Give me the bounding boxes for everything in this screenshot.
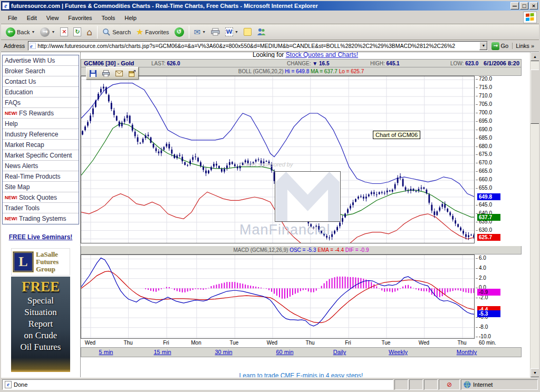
sidebar-item-market-recap[interactable]: Market Recap xyxy=(3,140,79,150)
export-chart-button[interactable] xyxy=(129,70,136,77)
address-dropdown-icon[interactable]: ▼ xyxy=(479,42,487,50)
sidebar-item-help[interactable]: Help xyxy=(3,119,79,129)
menu-edit[interactable]: Edit xyxy=(22,13,42,23)
tick-mark xyxy=(476,104,478,105)
status-pane: e Done xyxy=(2,379,393,390)
edit-button[interactable]: W ▼ xyxy=(223,26,241,37)
cme-promo-link[interactable]: Learn to trade CME E-minis in 4 easy ste… xyxy=(81,370,522,377)
stock-quotes-link[interactable]: Stock Quotes and Charts! xyxy=(286,52,358,58)
price-tick: 700.0 xyxy=(479,110,492,115)
forward-button[interactable]: → ▼ xyxy=(37,26,57,38)
free-seminars-link[interactable]: FREE Live Seminars! xyxy=(2,233,79,241)
back-dropdown-icon[interactable]: ▼ xyxy=(31,30,35,34)
mail-icon: ✉ xyxy=(194,28,201,36)
tick-mark xyxy=(476,288,478,288)
lasalle-line: Futures xyxy=(36,258,59,266)
menu-view[interactable]: View xyxy=(42,13,64,23)
stop-button[interactable]: ✕ xyxy=(57,26,71,37)
address-input[interactable]: e http://www.futuresource.com/charts/cha… xyxy=(28,41,488,51)
print-chart-button[interactable] xyxy=(102,70,110,77)
forward-dropdown-icon[interactable]: ▼ xyxy=(51,30,55,34)
sidebar-nav: Advertise With UsBroker SearchContact Us… xyxy=(2,55,79,224)
menu-help[interactable]: Help xyxy=(120,13,141,23)
mail-dropdown-icon[interactable]: ▼ xyxy=(202,30,206,34)
scrollbar-thumb[interactable] xyxy=(531,70,539,124)
cme-promo-label: Learn to trade CME E-minis in 4 easy ste… xyxy=(239,372,363,377)
scroll-down-button[interactable]: ▼ xyxy=(531,368,539,377)
tick-mark xyxy=(476,121,478,122)
macd-axis: 6.04.02.00.0-2.0-6.0-8.0-10.0-0.9-4.4-5.… xyxy=(476,254,522,339)
tick-mark xyxy=(476,258,478,259)
sidebar-item-trading-systems[interactable]: NEW!Trading Systems xyxy=(3,213,79,224)
refresh-button[interactable]: ↻ xyxy=(71,26,84,37)
save-chart-button[interactable] xyxy=(90,70,97,77)
timeframe-link-15min[interactable]: 15 min xyxy=(153,349,171,355)
mail-button[interactable]: ✉ ▼ xyxy=(191,27,209,37)
timeframe-link-5min[interactable]: 5 min xyxy=(99,349,113,355)
browser-toolbar: ← Back ▼ → ▼ ✕ ↻ ⌂ Search ★ Favorites xyxy=(1,24,539,40)
sidebar-item-news-alerts[interactable]: News Alerts xyxy=(3,161,79,171)
time-axis: 60 min. WedThuFriMonTueWedThuFriTueWedTh… xyxy=(81,339,522,347)
sidebar-item-label: Stock Quotes xyxy=(19,194,57,201)
minimize-button[interactable]: — xyxy=(510,2,519,9)
timeframe-link-Monthly[interactable]: Monthly xyxy=(457,349,477,355)
restore-button[interactable]: □ xyxy=(520,2,528,9)
timeframe-link-60min[interactable]: 60 min xyxy=(276,349,293,355)
search-button[interactable]: Search xyxy=(100,27,133,37)
new-badge: NEW! xyxy=(5,195,17,200)
day-label: Thu xyxy=(305,340,314,346)
tick-mark xyxy=(476,163,478,163)
macd-tick: 6.0 xyxy=(479,255,486,261)
email-chart-button[interactable] xyxy=(115,71,123,76)
sidebar-item-broker-search[interactable]: Broker Search xyxy=(3,66,79,76)
edit-dropdown-icon[interactable]: ▼ xyxy=(235,30,238,34)
day-label: Thu xyxy=(457,340,466,346)
sidebar-item-site-map[interactable]: Site Map xyxy=(3,182,79,192)
back-button[interactable]: ← Back ▼ xyxy=(3,26,37,38)
menu-file[interactable]: File xyxy=(3,13,22,23)
change-value: CHANGE: ▼ 16.5 xyxy=(287,61,330,66)
sidebar-item-market-specific-content[interactable]: Market Specific Content xyxy=(3,150,79,161)
print-button[interactable] xyxy=(208,27,223,37)
address-label: Address xyxy=(3,43,26,49)
sidebar-item-education[interactable]: Education xyxy=(3,87,79,97)
timeframe-link-30min[interactable]: 30 min xyxy=(215,349,232,355)
vertical-scrollbar[interactable]: ▲ ▼ xyxy=(530,52,539,377)
sidebar-item-stock-quotes[interactable]: NEW!Stock Quotes xyxy=(3,192,79,203)
favorites-button[interactable]: ★ Favorites xyxy=(133,27,172,37)
menu-tools[interactable]: Tools xyxy=(97,13,120,23)
lasalle-ad-banner[interactable]: L LaSalleFuturesGroup xyxy=(11,248,70,276)
timeframe-link-Weekly[interactable]: Weekly xyxy=(389,349,408,355)
menu-favorites[interactable]: Favorites xyxy=(63,13,97,23)
price-plot[interactable] xyxy=(81,76,475,243)
sidebar-item-real-time-products[interactable]: Real-Time Products xyxy=(3,171,79,182)
go-icon: → xyxy=(491,42,499,50)
status-bar: e Done ⊘ Internet xyxy=(1,377,539,391)
sidebar-item-contact-us[interactable]: Contact Us xyxy=(3,76,79,87)
change-down-icon: ▼ xyxy=(312,61,317,66)
sidebar-item-fs-rewards[interactable]: NEW!FS Rewards xyxy=(3,108,79,119)
sidebar-item-trader-tools[interactable]: Trader Tools xyxy=(3,203,79,213)
day-label: Wed xyxy=(85,340,95,346)
sidebar-item-faqs[interactable]: FAQs xyxy=(3,97,79,108)
sidebar-item-industry-reference[interactable]: Industry Reference xyxy=(3,129,79,140)
home-button[interactable]: ⌂ xyxy=(84,27,95,37)
scroll-up-button[interactable]: ▲ xyxy=(531,52,539,61)
discuss-button[interactable] xyxy=(241,27,254,37)
macd-plot[interactable] xyxy=(81,254,475,339)
sidebar-item-advertise-with-us[interactable]: Advertise With Us xyxy=(3,55,79,66)
go-button[interactable]: → Go xyxy=(490,42,510,51)
close-button[interactable]: × xyxy=(529,2,538,9)
links-menu[interactable]: Links » xyxy=(512,43,537,49)
price-tick: 675.0 xyxy=(479,151,492,157)
title-bar: e futuresource.com | Futures & Commoditi… xyxy=(1,1,539,11)
price-chart-panel: 720.0715.0710.0705.0700.0695.0690.0685.0… xyxy=(81,76,522,243)
sidebar-item-label: News Alerts xyxy=(5,162,38,170)
chart-widget: GCM06 [30] - Gold LAST: 626.0 CHANGE: ▼ … xyxy=(81,59,522,357)
history-button[interactable]: ↺ xyxy=(172,26,187,38)
timeframe-link-Daily[interactable]: Daily xyxy=(333,349,346,355)
price-tick: 705.0 xyxy=(479,101,492,107)
messenger-button[interactable] xyxy=(254,27,268,37)
address-url[interactable]: http://www.futuresource.com/charts/chart… xyxy=(37,43,479,49)
crude-oil-ad-banner[interactable]: FREE SpecialSituationReporton CrudeOil F… xyxy=(11,277,70,372)
